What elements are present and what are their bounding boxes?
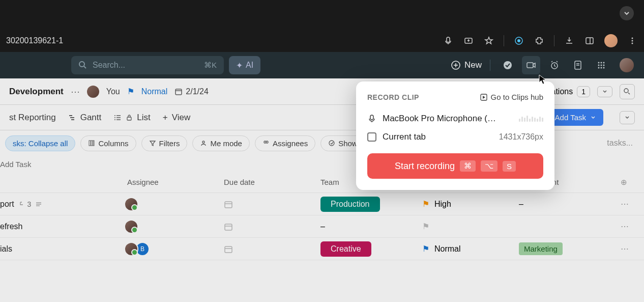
due-date-cell[interactable] xyxy=(224,222,320,231)
search-button[interactable] xyxy=(620,84,635,99)
table-row[interactable]: port 3 Production ⚑High – ⋯ xyxy=(0,193,644,215)
chevron-down-icon[interactable] xyxy=(597,86,612,97)
svg-rect-4 xyxy=(586,38,593,44)
popup-title: RECORD CLIP xyxy=(367,93,419,101)
install-icon[interactable] xyxy=(463,35,474,46)
microphone-icon xyxy=(367,114,376,123)
team-badge[interactable]: Production xyxy=(320,197,380,212)
kbd-shortcut: ⌥ xyxy=(481,160,497,172)
row-more-icon[interactable]: ⋯ xyxy=(621,244,641,254)
tab-gantt[interactable]: Gantt xyxy=(68,113,102,123)
task-search-input[interactable]: tasks... xyxy=(601,135,639,151)
table-row[interactable]: ials B Creative ⚑Normal Marketing ⋯ xyxy=(0,238,644,260)
assignee-avatar[interactable] xyxy=(124,219,138,234)
filters-chip[interactable]: Filters xyxy=(141,135,188,151)
sparkle-icon: ✦ xyxy=(236,61,243,70)
row-more-icon[interactable]: ⋯ xyxy=(621,222,641,231)
description-icon[interactable] xyxy=(35,201,42,208)
kbd-shortcut: S xyxy=(503,161,516,172)
svg-point-18 xyxy=(598,62,600,64)
priority-label[interactable]: Normal xyxy=(141,87,168,96)
extension-pin-icon[interactable] xyxy=(513,35,524,46)
clips-hub-link[interactable]: Go to Clips hub xyxy=(480,93,543,101)
department-cell[interactable]: – xyxy=(519,200,621,209)
me-mode-chip[interactable]: Me mode xyxy=(192,135,250,151)
alarm-icon[interactable] xyxy=(545,56,564,74)
check-circle-icon xyxy=(328,140,335,147)
more-icon[interactable]: ⋯ xyxy=(71,86,80,97)
app-top-bar: Search... ⌘K ✦ AI New xyxy=(0,52,644,78)
checkbox-icon[interactable] xyxy=(367,132,376,142)
microphone-select[interactable]: MacBook Pro Microphone (… xyxy=(367,109,543,128)
assignees-chip[interactable]: Assignees xyxy=(255,135,315,151)
svg-line-30 xyxy=(628,93,630,94)
due-date-cell[interactable] xyxy=(224,200,320,209)
svg-rect-58 xyxy=(370,115,373,120)
sidepanel-icon[interactable] xyxy=(584,35,595,46)
flag-icon[interactable]: ⚑ xyxy=(127,87,134,96)
team-badge[interactable]: Creative xyxy=(320,241,371,257)
document-icon[interactable] xyxy=(569,56,587,74)
assignee-avatar[interactable] xyxy=(124,242,138,256)
priority-cell[interactable]: ⚑ xyxy=(422,222,519,231)
due-date-cell[interactable] xyxy=(224,244,320,254)
svg-point-22 xyxy=(601,65,602,66)
tab-dropdown-icon[interactable] xyxy=(620,6,634,20)
svg-point-36 xyxy=(114,117,115,118)
project-title: Development xyxy=(9,87,64,97)
start-recording-button[interactable]: Start recording ⌘ ⌥ S xyxy=(367,153,543,179)
calendar-icon xyxy=(224,200,233,209)
more-actions-button[interactable] xyxy=(620,111,635,124)
collapse-all-chip[interactable]: sks: Collapse all xyxy=(5,135,75,151)
svg-point-47 xyxy=(329,141,334,146)
mic-icon[interactable] xyxy=(443,35,454,46)
add-view-button[interactable]: + View xyxy=(163,113,190,123)
ai-button[interactable]: ✦ AI xyxy=(229,56,260,74)
extensions-icon[interactable] xyxy=(534,35,545,46)
plus-icon: + xyxy=(163,113,168,123)
due-date[interactable]: 2/1/24 xyxy=(174,87,208,96)
table-row[interactable]: efresh – ⚑ ⋯ xyxy=(0,215,644,238)
search-input[interactable]: Search... ⌘K xyxy=(71,56,224,74)
flag-icon: ⚑ xyxy=(422,244,429,254)
download-icon[interactable] xyxy=(564,35,575,46)
play-square-icon xyxy=(480,93,488,101)
user-avatar[interactable] xyxy=(620,58,634,72)
url-fragment[interactable]: 30200139621-1 xyxy=(6,36,443,45)
team-cell[interactable]: – xyxy=(320,222,422,231)
record-clip-popup: RECORD CLIP Go to Clips hub MacBook Pro … xyxy=(356,81,554,190)
add-column-icon[interactable]: ⊕ xyxy=(621,178,641,187)
new-button[interactable]: New xyxy=(451,60,482,70)
svg-rect-31 xyxy=(69,115,72,116)
col-assignee[interactable]: Assignee xyxy=(127,178,224,186)
svg-rect-13 xyxy=(527,63,533,68)
columns-chip[interactable]: Columns xyxy=(80,135,136,151)
search-icon xyxy=(78,61,87,70)
tab-dimensions: 1431x736px xyxy=(499,132,543,142)
priority-cell[interactable]: ⚑Normal xyxy=(422,244,519,254)
automations-button[interactable]: ations 1 xyxy=(551,86,591,97)
tab-list[interactable]: List xyxy=(113,113,150,123)
checkmark-circle-icon[interactable] xyxy=(499,56,517,74)
calendar-icon xyxy=(224,222,233,231)
apps-grid-icon[interactable] xyxy=(592,56,610,74)
tab-reporting[interactable]: st Reporting xyxy=(9,113,56,123)
department-badge[interactable]: Marketing xyxy=(519,242,563,255)
assignee-avatar[interactable] xyxy=(124,197,138,211)
add-task-button[interactable]: Add Task xyxy=(548,109,603,126)
priority-cell[interactable]: ⚑High xyxy=(422,199,519,209)
browser-profile-avatar[interactable] xyxy=(604,34,618,47)
record-clip-icon[interactable] xyxy=(522,56,540,74)
owner-avatar[interactable] xyxy=(87,86,99,98)
star-icon[interactable] xyxy=(483,35,494,46)
subtask-count[interactable]: 3 xyxy=(18,200,32,208)
svg-rect-0 xyxy=(447,37,450,42)
svg-rect-55 xyxy=(225,246,232,253)
current-tab-option[interactable]: Current tab 1431x736px xyxy=(367,128,543,146)
row-more-icon[interactable]: ⋯ xyxy=(621,199,641,209)
calendar-icon xyxy=(224,244,233,254)
svg-point-20 xyxy=(603,62,605,64)
col-due-date[interactable]: Due date xyxy=(224,178,320,186)
svg-rect-42 xyxy=(91,141,93,146)
browser-menu-icon[interactable] xyxy=(627,35,638,46)
